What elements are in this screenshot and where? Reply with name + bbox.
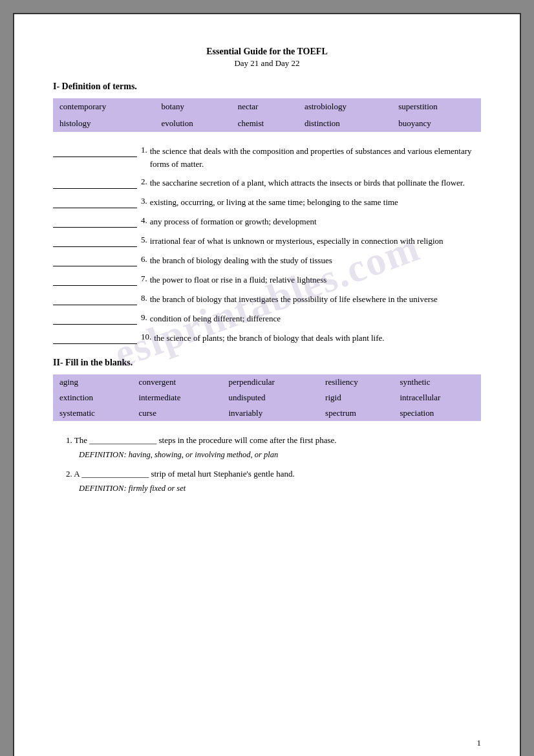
def-number: 7. (141, 274, 147, 284)
vocab-cell: speciation (394, 405, 482, 421)
vocab-cell: extinction (53, 390, 133, 405)
vocab-cell: astrobiology (298, 98, 392, 115)
definitions-list: 1.the science that deals with the compos… (53, 145, 481, 345)
section2-heading: II- Fill in the blanks. (53, 358, 481, 368)
vocab-cell: evolution (155, 115, 231, 132)
def-number: 5. (141, 235, 147, 245)
def-description: the science that deals with the composit… (150, 145, 481, 170)
vocab-cell: invariably (222, 405, 319, 421)
answer-blank (53, 197, 137, 208)
vocab-cell: synthetic (394, 374, 482, 390)
vocab-cell: spectrum (319, 405, 393, 421)
definition-item: 7.the power to float or rise in a fluid;… (53, 274, 481, 286)
def-number: 1. (141, 145, 147, 155)
fill-sentence: 1. The ________________ steps in the pro… (66, 434, 481, 448)
def-number: 10. (141, 332, 151, 342)
page: eslprintables.com Essential Guide for th… (13, 13, 521, 756)
vocab-cell: intracellular (394, 390, 482, 405)
definition-item: 4.any process of formation or growth; de… (53, 215, 481, 228)
vocab-table-section2: agingconvergentperpendicularresiliencysy… (53, 374, 481, 421)
page-subtitle: Day 21 and Day 22 (53, 58, 481, 69)
vocab-cell: rigid (319, 390, 393, 405)
fill-definition: DEFINITION: firmly fixed or set (66, 484, 481, 493)
answer-blank (53, 178, 137, 189)
vocab-cell: botany (155, 98, 231, 115)
fill-sentence: 2. A ________________ strip of metal hur… (66, 468, 481, 481)
vocab-cell: superstition (392, 98, 481, 115)
vocab-cell: contemporary (53, 98, 155, 115)
vocab-cell: nectar (231, 98, 298, 115)
def-number: 8. (141, 293, 147, 303)
vocab-cell: buoyancy (392, 115, 481, 132)
def-number: 9. (141, 312, 147, 323)
page-title: Essential Guide for the TOEFL (53, 47, 481, 57)
def-description: the saccharine secretion of a plant, whi… (150, 177, 481, 189)
answer-blank (53, 255, 137, 266)
def-number: 3. (141, 196, 147, 206)
def-number: 2. (141, 177, 147, 187)
def-description: irrational fear of what is unknown or my… (150, 235, 481, 248)
vocab-cell: aging (53, 374, 133, 390)
fill-definition: DEFINITION: having, showing, or involvin… (66, 450, 481, 460)
def-description: existing, occurring, or living at the sa… (150, 196, 481, 209)
answer-blank (53, 294, 137, 305)
vocab-cell: systematic (53, 405, 133, 421)
vocab-cell: histology (53, 115, 155, 132)
vocab-cell: distinction (298, 115, 392, 132)
answer-blank (53, 146, 137, 157)
page-number: 1 (477, 738, 482, 748)
def-description: the power to float or rise in a fluid; r… (150, 274, 481, 286)
def-number: 4. (141, 215, 147, 226)
definition-item: 2.the saccharine secretion of a plant, w… (53, 177, 481, 189)
answer-blank (53, 275, 137, 286)
section1-heading: I- Definition of terms. (53, 81, 481, 92)
def-description: the branch of biology that investigates … (150, 293, 481, 306)
def-number: 6. (141, 254, 147, 265)
vocab-cell: resiliency (319, 374, 393, 390)
vocab-cell: intermediate (133, 390, 222, 405)
answer-blank (53, 333, 137, 344)
def-description: condition of being different; difference (150, 312, 481, 325)
definition-item: 6.the branch of biology dealing with the… (53, 254, 481, 267)
answer-blank (53, 236, 137, 247)
definition-item: 9.condition of being different; differen… (53, 312, 481, 325)
vocab-cell: perpendicular (222, 374, 319, 390)
def-description: the science of plants; the branch of bio… (154, 332, 481, 345)
vocab-cell: convergent (133, 374, 222, 390)
definition-item: 8.the branch of biology that investigate… (53, 293, 481, 306)
vocab-cell: chemist (231, 115, 298, 132)
def-description: any process of formation or growth; deve… (150, 215, 481, 228)
fill-item: 2. A ________________ strip of metal hur… (53, 468, 481, 493)
definition-item: 5.irrational fear of what is unknown or … (53, 235, 481, 248)
fill-item: 1. The ________________ steps in the pro… (53, 434, 481, 460)
fill-blank-list: 1. The ________________ steps in the pro… (53, 434, 481, 493)
vocab-cell: undisputed (222, 390, 319, 405)
definition-item: 1.the science that deals with the compos… (53, 145, 481, 170)
answer-blank (53, 314, 137, 325)
definition-item: 10.the science of plants; the branch of … (53, 332, 481, 345)
vocab-table-section1: contemporarybotanynectarastrobiologysupe… (53, 98, 481, 132)
def-description: the branch of biology dealing with the s… (150, 254, 481, 267)
definition-item: 3.existing, occurring, or living at the … (53, 196, 481, 209)
vocab-cell: curse (133, 405, 222, 421)
answer-blank (53, 217, 137, 228)
